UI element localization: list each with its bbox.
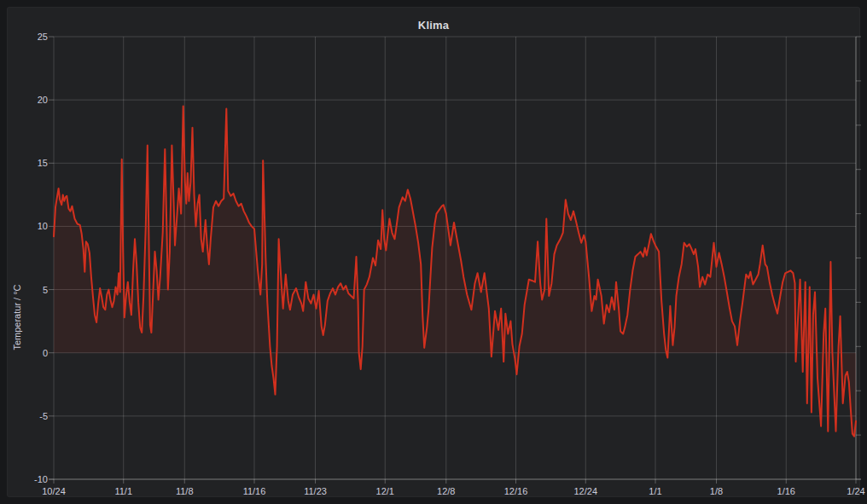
y-tick-label: -5 bbox=[5, 410, 48, 422]
plot-area[interactable] bbox=[54, 37, 856, 479]
y-tick-label: 25 bbox=[5, 31, 48, 43]
x-tick-label: 11/8 bbox=[157, 485, 212, 497]
y-tick-label: 0 bbox=[5, 347, 48, 359]
x-tick-label: 11/23 bbox=[288, 485, 343, 497]
x-tick-label: 12/24 bbox=[558, 485, 613, 497]
x-tick-label: 11/16 bbox=[227, 485, 282, 497]
x-tick-label: 12/1 bbox=[358, 485, 412, 497]
x-tick-label: 12/8 bbox=[419, 485, 474, 497]
x-tick-label: 1/1 bbox=[628, 485, 683, 497]
x-tick-label: 12/16 bbox=[489, 485, 544, 497]
y-tick-label: -10 bbox=[5, 473, 48, 485]
x-tick-label: 1/16 bbox=[759, 485, 813, 497]
x-tick-label: 1/8 bbox=[690, 485, 744, 497]
y-tick-label: 10 bbox=[5, 220, 48, 232]
grafana-panel-screenshot: { "panel": { "title": "Klima" }, "colors… bbox=[0, 0, 867, 504]
x-tick-label: 11/1 bbox=[96, 485, 151, 497]
chart-canvas bbox=[0, 0, 867, 504]
y-tick-label: 20 bbox=[5, 94, 48, 106]
y-tick-label: 5 bbox=[5, 284, 48, 296]
x-tick-label: 1/24 bbox=[829, 485, 867, 497]
x-tick-label: 10/24 bbox=[26, 485, 81, 497]
y-tick-label: 15 bbox=[5, 157, 48, 169]
